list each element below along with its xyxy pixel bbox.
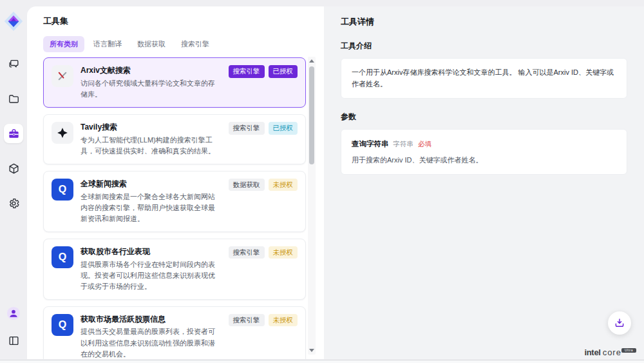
category-badge: 搜索引擎	[229, 122, 265, 135]
tool-card-4[interactable]: Q获取市场最活跃股票信息提供当天交易量最高的股票列表，投资者可以利用这些信息来识…	[43, 306, 306, 359]
auth-status-badge: 已授权	[269, 122, 298, 135]
arxiv-logo-icon	[52, 65, 73, 87]
list-scrollbar[interactable]	[308, 57, 316, 355]
chat-icon	[8, 58, 20, 70]
sidebar-item-files[interactable]	[4, 89, 23, 108]
tool-name: Arxiv文献搜索	[80, 65, 219, 76]
user-avatar[interactable]	[4, 304, 23, 323]
sidebar-item-collapse[interactable]	[4, 331, 23, 350]
intel-core-logo: intelcore Ultra	[584, 347, 636, 357]
intel-wordmark: intel	[584, 348, 600, 357]
intro-text: 一个用于从Arxiv存储库搜索科学论文和文章的工具。 输入可以是Arxiv ID…	[352, 68, 614, 88]
ultra-badge: Ultra	[621, 348, 636, 353]
category-badge: 数据获取	[229, 179, 265, 191]
category-badge: 搜索引擎	[229, 314, 265, 327]
sidebar-item-settings[interactable]	[4, 193, 23, 213]
tool-desc: 访问各个研究领域大量科学论文和文章的存储库。	[80, 78, 219, 100]
layout-panel-icon	[8, 335, 20, 347]
auth-status-badge: 未授权	[269, 246, 298, 259]
scrollbar-thumb[interactable]	[309, 66, 314, 164]
tool-detail-pane: 工具详情 工具介绍 一个用于从Arxiv存储库搜索科学论文和文章的工具。 输入可…	[324, 6, 644, 359]
tab-1[interactable]: 语言翻译	[87, 36, 128, 52]
gear-icon	[8, 197, 20, 210]
sidebar-item-models[interactable]	[4, 159, 23, 178]
tool-card-3[interactable]: Q获取股市各行业表现提供股票市场各个行业在特定时间段内的表现。投资者可以利用这些…	[43, 239, 306, 300]
tool-desc: 专为人工智能代理(LLM)构建的搜索引擎工具，可快速提供实时、准确和真实的结果。	[80, 135, 219, 157]
sidebar-item-chat[interactable]	[4, 54, 23, 74]
tab-3[interactable]: 搜索引擎	[175, 36, 216, 52]
category-badge: 搜索引擎	[229, 65, 265, 78]
tool-name: 全球新闻搜索	[80, 179, 219, 190]
tool-name: 获取股市各行业表现	[80, 246, 219, 257]
param-desc: 用于搜索的Arxiv ID、关键字或作者姓名。	[352, 155, 616, 166]
bottom-strip	[0, 360, 644, 363]
auth-status-badge: 未授权	[269, 179, 298, 191]
auth-status-badge: 未授权	[269, 314, 298, 327]
param-header: 查询字符串 字符串 必填	[352, 138, 616, 150]
q-logo-icon: Q	[52, 314, 73, 336]
toolbox-icon	[8, 128, 20, 140]
core-wordmark: core	[603, 348, 621, 357]
page-title: 工具集	[43, 15, 324, 27]
auth-status-badge: 已授权	[269, 65, 298, 78]
param-card: 查询字符串 字符串 必填 用于搜索的Arxiv ID、关键字或作者姓名。	[341, 129, 627, 175]
tool-name: 获取市场最活跃股票信息	[80, 314, 219, 325]
sidebar-item-tools[interactable]	[4, 124, 23, 143]
tool-list-pane: 工具集 所有类别语言翻译数据获取搜索引擎 Arxiv文献搜索访问各个研究领域大量…	[27, 6, 324, 359]
category-badge: 搜索引擎	[229, 246, 265, 259]
tool-card-1[interactable]: Tavily搜索专为人工智能代理(LLM)构建的搜索引擎工具，可快速提供实时、准…	[43, 114, 306, 164]
download-icon	[614, 317, 625, 329]
q-logo-icon: Q	[52, 246, 73, 268]
tool-card-0[interactable]: Arxiv文献搜索访问各个研究领域大量科学论文和文章的存储库。搜索引擎已授权	[43, 57, 306, 108]
param-type: 字符串	[393, 139, 414, 150]
cube-icon	[8, 162, 20, 175]
scroll-down-icon[interactable]	[309, 349, 314, 352]
param-name: 查询字符串	[352, 138, 389, 150]
param-required-badge: 必填	[418, 139, 431, 150]
sidebar-nav	[4, 54, 23, 213]
download-button[interactable]	[608, 311, 631, 335]
intro-card: 一个用于从Arxiv存储库搜索科学论文和文章的工具。 输入可以是Arxiv ID…	[341, 58, 627, 99]
tab-2[interactable]: 数据获取	[131, 36, 172, 52]
folder-icon	[8, 93, 20, 105]
tool-card-list: Arxiv文献搜索访问各个研究领域大量科学论文和文章的存储库。搜索引擎已授权Ta…	[43, 57, 306, 359]
params-heading: 参数	[341, 112, 627, 123]
detail-title: 工具详情	[341, 16, 627, 28]
tool-card-2[interactable]: Q全球新闻搜索全球新闻搜索是一个聚合全球各大新闻网站内容的搜索引擎，帮助用户快速…	[43, 171, 306, 232]
q-logo-icon: Q	[52, 179, 73, 201]
tool-desc: 提供股票市场各个行业在特定时间段内的表现。投资者可以利用这些信息来识别表现优于或…	[80, 259, 219, 292]
sidebar-bottom	[4, 304, 23, 350]
app-logo-icon	[3, 10, 24, 32]
intro-heading: 工具介绍	[341, 41, 627, 52]
tool-desc: 全球新闻搜索是一个聚合全球各大新闻网站内容的搜索引擎，帮助用户快速获取全球最新资…	[80, 191, 219, 224]
tool-name: Tavily搜索	[80, 122, 219, 133]
user-icon	[6, 306, 21, 320]
tavily-star-icon	[52, 122, 73, 144]
sidebar	[0, 0, 27, 359]
category-tabs: 所有类别语言翻译数据获取搜索引擎	[43, 36, 324, 52]
tab-0[interactable]: 所有类别	[43, 36, 84, 52]
scroll-up-icon[interactable]	[309, 59, 314, 63]
main-panel: 工具集 所有类别语言翻译数据获取搜索引擎 Arxiv文献搜索访问各个研究领域大量…	[27, 6, 644, 359]
tool-desc: 提供当天交易量最高的股票列表，投资者可以利用这些信息来识别流动性强的股票和潜在的…	[80, 326, 219, 359]
